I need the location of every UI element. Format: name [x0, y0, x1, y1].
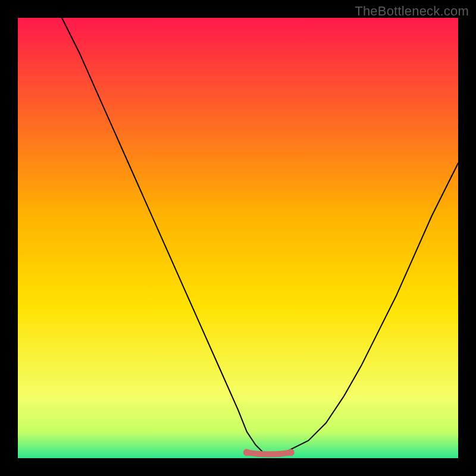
valley-dot-right	[287, 449, 295, 456]
valley-dot-left	[243, 449, 250, 456]
watermark-text: TheBottleneck.com	[355, 4, 469, 19]
plot-area	[18, 18, 458, 458]
gradient-background	[18, 18, 458, 458]
chart-svg	[18, 18, 458, 458]
valley-highlight	[247, 453, 291, 455]
chart-frame: TheBottleneck.com	[0, 0, 476, 476]
